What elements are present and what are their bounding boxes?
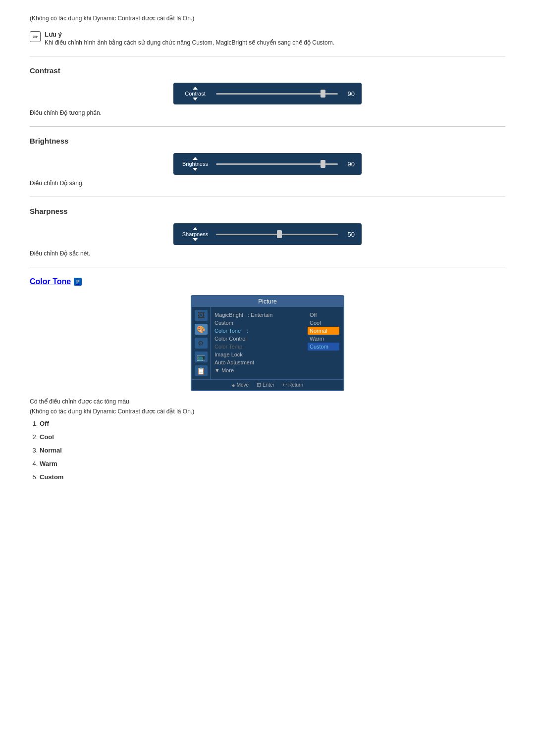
enter-icon: ⊞ — [257, 382, 261, 388]
divider-3 — [30, 197, 505, 197]
contrast-track[interactable] — [216, 93, 338, 95]
list-item-warm: Warm — [40, 460, 505, 467]
list-item-cool: Cool — [40, 433, 505, 441]
note-title: Lưu ý — [45, 31, 334, 38]
sharpness-title: Sharpness — [30, 207, 505, 215]
brightness-slider-widget[interactable]: Brightness 90 — [173, 153, 362, 175]
contrast-label: Contrast — [185, 91, 206, 97]
color-tone-section: Color Tone P Picture 🖼 🎨 ⚙ 📺 📋 MagicBrig… — [30, 277, 505, 481]
list-item-custom-label: Custom — [40, 473, 63, 481]
list-item-warm-label: Warm — [40, 460, 57, 467]
list-item-off: Off — [40, 420, 505, 427]
sharpness-label: Sharpness — [182, 231, 209, 237]
brightness-arrow-up — [193, 157, 198, 160]
divider-4 — [30, 267, 505, 267]
osd-icon-input[interactable]: 📺 — [195, 352, 208, 362]
osd-icons-col: 🖼 🎨 ⚙ 📺 📋 — [192, 307, 211, 379]
osd-footer-return: ↩ Return — [282, 382, 303, 388]
osd-footer-move: ● Move — [232, 382, 249, 388]
osd-menu-imagelock[interactable]: Image Lock — [214, 351, 300, 358]
contrast-section: Contrast Contrast 90 Điều chỉnh Độ tương… — [30, 66, 505, 116]
contrast-thumb[interactable] — [321, 90, 325, 98]
osd-menu-more[interactable]: ▼ More — [214, 366, 300, 374]
footer-return-label: Return — [288, 382, 303, 388]
contrast-label-block: Contrast — [180, 87, 210, 101]
contrast-arrow-down — [193, 98, 198, 101]
top-note: (Không có tác dụng khi Dynamic Contrast … — [30, 15, 505, 22]
brightness-arrow-down — [193, 168, 198, 171]
osd-sub-off[interactable]: Off — [308, 311, 339, 319]
brightness-title: Brightness — [30, 137, 505, 145]
sharpness-arrow-up — [193, 227, 198, 230]
list-item-cool-label: Cool — [40, 433, 54, 441]
contrast-slider-container: Contrast 90 — [30, 83, 505, 104]
move-icon: ● — [232, 382, 235, 388]
color-tone-desc1: Có thể điều chỉnh được các tông màu. — [30, 398, 505, 405]
osd-sub-warm[interactable]: Warm — [308, 335, 339, 343]
contrast-value: 90 — [344, 90, 355, 98]
osd-title-bar: Picture — [192, 296, 343, 307]
brightness-thumb[interactable] — [321, 160, 325, 168]
list-item-custom: Custom — [40, 473, 505, 481]
osd-menu-col: MagicBright : Entertain Custom Color Ton… — [211, 307, 304, 379]
note-box: ✏ Lưu ý Khi điều chỉnh hình ảnh bằng các… — [30, 31, 505, 46]
sharpness-slider-widget[interactable]: Sharpness 50 — [173, 223, 362, 245]
color-tone-title-text: Color Tone — [30, 277, 71, 286]
list-item-off-label: Off — [40, 420, 49, 427]
divider-2 — [30, 126, 505, 127]
brightness-section: Brightness Brightness 90 Điều chỉnh Độ s… — [30, 137, 505, 187]
osd-icon-picture[interactable]: 🖼 — [195, 310, 208, 321]
note-content: Lưu ý Khi điều chỉnh hình ảnh bằng cách … — [45, 31, 334, 46]
brightness-label-block: Brightness — [180, 157, 210, 171]
osd-menu-colortone[interactable]: Color Tone : — [214, 327, 300, 335]
osd-menu-autoadj[interactable]: Auto Adjustment — [214, 358, 300, 366]
osd-sub-normal[interactable]: Normal — [308, 327, 339, 335]
osd-menu-magicbright[interactable]: MagicBright : Entertain — [214, 311, 300, 319]
list-item-normal-label: Normal — [40, 447, 62, 454]
osd-icon-color[interactable]: 🎨 — [195, 324, 208, 335]
sharpness-section: Sharpness Sharpness 50 Điều chỉnh Độ sắc… — [30, 207, 505, 257]
return-icon: ↩ — [282, 382, 287, 388]
osd-container: Picture 🖼 🎨 ⚙ 📺 📋 MagicBright : Entertai… — [30, 295, 505, 391]
osd-menu-custom[interactable]: Custom — [214, 319, 300, 327]
brightness-value: 90 — [344, 160, 355, 168]
note-icon: ✏ — [30, 31, 41, 42]
help-icon[interactable]: P — [74, 278, 82, 286]
osd-menu: Picture 🖼 🎨 ⚙ 📺 📋 MagicBright : Entertai… — [191, 295, 344, 391]
osd-icon-info[interactable]: 📋 — [195, 365, 208, 376]
osd-submenu-col: Off Cool Normal Warm Custom — [304, 307, 343, 379]
osd-body: 🖼 🎨 ⚙ 📺 📋 MagicBright : Entertain Custom… — [192, 307, 343, 379]
brightness-track[interactable] — [216, 163, 338, 165]
contrast-arrow-up — [193, 87, 198, 90]
sharpness-label-block: Sharpness — [180, 227, 210, 241]
list-item-normal: Normal — [40, 447, 505, 454]
osd-sub-cool[interactable]: Cool — [308, 319, 339, 327]
contrast-slider-widget[interactable]: Contrast 90 — [173, 83, 362, 104]
color-tone-title: Color Tone P — [30, 277, 505, 286]
sharpness-slider-container: Sharpness 50 — [30, 223, 505, 245]
contrast-desc: Điều chỉnh Độ tương phản. — [30, 109, 505, 116]
brightness-desc: Điều chỉnh Độ sáng. — [30, 180, 505, 187]
sharpness-thumb[interactable] — [277, 230, 282, 238]
footer-move-label: Move — [237, 382, 249, 388]
note-text: Khi điều chỉnh hình ảnh bằng cách sử dụn… — [45, 39, 334, 46]
sharpness-value: 50 — [344, 231, 355, 238]
color-tone-list: Off Cool Normal Warm Custom — [30, 420, 505, 481]
sharpness-arrow-down — [193, 238, 198, 241]
sharpness-track[interactable] — [216, 234, 338, 235]
color-tone-desc2: (Không có tác dụng khi Dynamic Contrast … — [30, 408, 505, 415]
osd-footer-enter: ⊞ Enter — [257, 382, 274, 388]
divider-1 — [30, 56, 505, 56]
osd-icon-settings[interactable]: ⚙ — [195, 338, 208, 349]
brightness-label: Brightness — [182, 161, 208, 167]
brightness-slider-container: Brightness 90 — [30, 153, 505, 175]
sharpness-desc: Điều chỉnh Độ sắc nét. — [30, 250, 505, 257]
osd-menu-colorcontrol[interactable]: Color Control — [214, 335, 300, 343]
osd-menu-colortemp[interactable]: Color Temp. — [214, 343, 300, 351]
osd-sub-custom[interactable]: Custom — [308, 343, 339, 351]
footer-enter-label: Enter — [263, 382, 274, 388]
osd-footer: ● Move ⊞ Enter ↩ Return — [192, 379, 343, 390]
contrast-title: Contrast — [30, 66, 505, 75]
